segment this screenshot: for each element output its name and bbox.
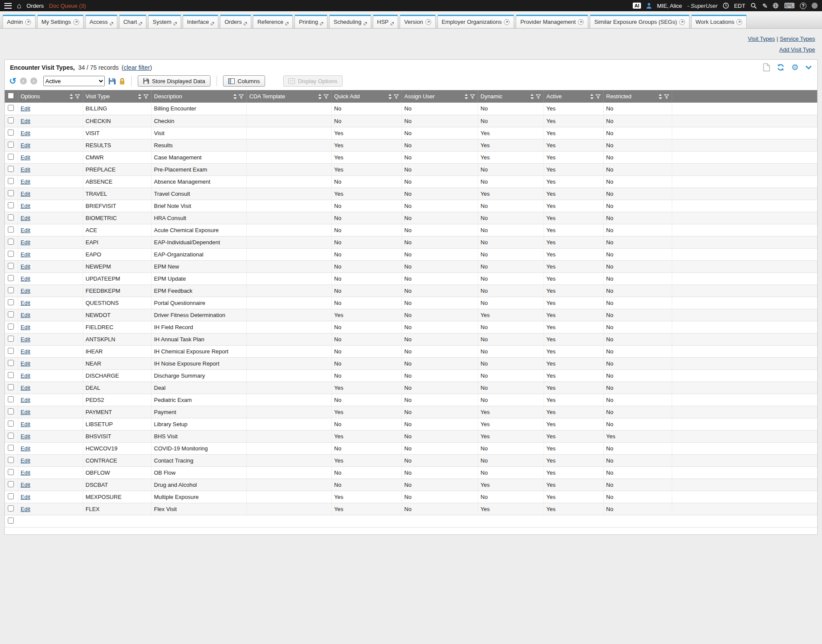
edit-link[interactable]: Edit (21, 275, 30, 282)
chevron-down-icon[interactable] (805, 65, 812, 70)
edit-link[interactable]: Edit (21, 336, 30, 343)
row-checkbox[interactable] (8, 372, 14, 378)
hamburger-menu-icon[interactable] (4, 3, 12, 9)
tab[interactable]: Employer Organizations (437, 15, 515, 28)
home-icon[interactable]: ⌂ (17, 2, 21, 10)
sort-icon[interactable] (530, 94, 534, 100)
row-checkbox[interactable] (8, 457, 14, 463)
edit-link[interactable]: Edit (21, 105, 30, 112)
edit-link[interactable]: Edit (21, 433, 30, 440)
search-icon[interactable] (751, 3, 757, 9)
sort-icon[interactable] (138, 94, 142, 100)
ai-badge[interactable]: AI (633, 3, 641, 9)
filter-icon[interactable] (536, 94, 541, 99)
reload-icon[interactable]: ↺ (9, 77, 16, 85)
popout-icon[interactable] (679, 19, 685, 25)
row-checkbox[interactable] (8, 178, 14, 184)
row-checkbox[interactable] (8, 251, 14, 257)
tab[interactable]: My Settings (37, 15, 84, 28)
filter-icon[interactable] (239, 94, 244, 99)
edit-link[interactable]: Edit (21, 191, 30, 197)
row-checkbox[interactable] (8, 445, 14, 451)
filter-select[interactable]: Active (43, 76, 105, 86)
edit-link[interactable]: Edit (21, 324, 30, 330)
tab[interactable]: Admin (3, 15, 36, 28)
filter-icon[interactable] (324, 94, 329, 99)
row-checkbox[interactable] (8, 263, 14, 269)
row-checkbox[interactable] (8, 287, 14, 293)
popout-icon[interactable] (25, 19, 31, 25)
edit-link[interactable]: Edit (21, 288, 30, 294)
sort-icon[interactable] (464, 94, 468, 100)
tab[interactable]: Scheduling (329, 15, 371, 28)
edit-link[interactable]: Edit (21, 239, 30, 246)
column-header[interactable]: Quick Add (331, 90, 401, 103)
column-header[interactable]: Visit Type (83, 90, 151, 103)
sort-icon[interactable] (658, 94, 662, 100)
tab[interactable]: Provider Management (516, 15, 588, 28)
edit-link[interactable]: Edit (21, 482, 30, 488)
edit-link[interactable]: Edit (21, 506, 30, 512)
filter-icon[interactable] (595, 94, 601, 99)
topbar-orders-link[interactable]: Orders (26, 3, 44, 9)
sort-icon[interactable] (318, 94, 322, 100)
row-checkbox[interactable] (8, 481, 14, 487)
tab[interactable]: System (148, 15, 181, 28)
columns-button[interactable]: Columns (223, 75, 265, 87)
row-checkbox[interactable] (8, 311, 14, 317)
row-checkbox[interactable] (8, 348, 14, 354)
edit-link[interactable]: Edit (21, 469, 30, 476)
row-checkbox[interactable] (8, 384, 14, 390)
row-checkbox[interactable] (8, 154, 14, 160)
edit-link[interactable]: Edit (21, 118, 30, 124)
column-header[interactable]: Options (18, 90, 83, 103)
row-checkbox[interactable] (8, 421, 14, 427)
filter-icon[interactable] (75, 94, 80, 99)
edit-link[interactable]: Edit (21, 457, 30, 464)
add-visit-type-link[interactable]: Add Visit Type (779, 46, 815, 53)
popout-icon[interactable] (73, 19, 79, 25)
footer-checkbox[interactable] (8, 518, 14, 524)
edit-link[interactable]: Edit (21, 166, 30, 173)
row-checkbox[interactable] (8, 360, 14, 366)
edit-link[interactable]: Edit (21, 130, 30, 136)
tab[interactable]: Interface (183, 15, 219, 28)
sort-icon[interactable] (590, 94, 594, 100)
row-checkbox[interactable] (8, 142, 14, 148)
select-all-checkbox[interactable] (8, 93, 14, 99)
popout-icon[interactable] (578, 19, 584, 25)
column-header[interactable]: CDA Template (246, 90, 331, 103)
edit-link[interactable]: Edit (21, 263, 30, 270)
edit-link[interactable]: Edit (21, 494, 30, 500)
popout-icon[interactable] (736, 19, 742, 25)
sort-icon[interactable] (69, 94, 73, 100)
popout-icon[interactable] (504, 19, 510, 25)
row-checkbox[interactable] (8, 299, 14, 305)
help-icon[interactable]: ? (800, 3, 806, 9)
column-header[interactable]: Dynamic (478, 90, 544, 103)
row-checkbox[interactable] (8, 336, 14, 342)
tab[interactable]: HSP (373, 15, 398, 28)
store-displayed-data-button[interactable]: Store Displayed Data (138, 75, 210, 87)
user-name[interactable]: MIE, Alice (657, 3, 682, 9)
clock-icon[interactable] (723, 3, 729, 9)
topbar-doc-queue-link[interactable]: Doc Queue (3) (49, 3, 86, 9)
edit-link[interactable]: Edit (21, 360, 30, 367)
row-checkbox[interactable] (8, 202, 14, 208)
edit-link[interactable]: Edit (21, 445, 30, 452)
visit-types-link[interactable]: Visit Types (748, 36, 775, 42)
filter-icon[interactable] (143, 94, 149, 99)
lock-icon[interactable] (119, 78, 125, 85)
new-document-icon[interactable] (763, 63, 770, 71)
row-checkbox[interactable] (8, 227, 14, 233)
row-checkbox[interactable] (8, 324, 14, 330)
row-checkbox[interactable] (8, 214, 14, 220)
edit-link[interactable]: Edit (21, 312, 30, 318)
row-checkbox[interactable] (8, 433, 14, 439)
row-checkbox[interactable] (8, 396, 14, 402)
row-checkbox[interactable] (8, 505, 14, 511)
filter-icon[interactable] (664, 94, 669, 99)
row-checkbox[interactable] (8, 275, 14, 281)
service-types-link[interactable]: Service Types (780, 36, 815, 42)
row-checkbox[interactable] (8, 166, 14, 172)
